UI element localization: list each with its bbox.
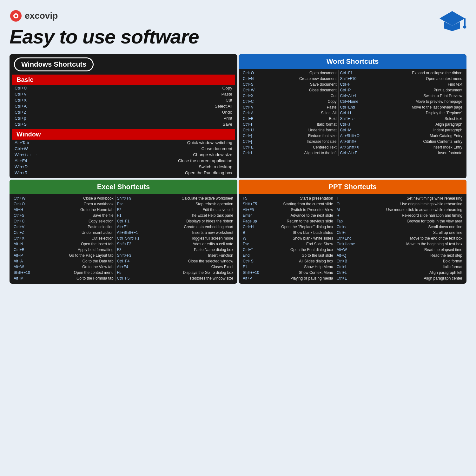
shortcut-row: Alt+F4Close the current application (12, 158, 235, 164)
desc2: Close the selected window (144, 258, 235, 264)
basic-section-header: Basic (12, 75, 235, 85)
desc2: Create data embedding chart (144, 224, 235, 230)
desc1: Show blank black slides (265, 230, 335, 235)
desc2: Scroll down one line (363, 224, 464, 230)
shortcut-row: Ctrl+I Italic format Ctrl+J Align paragr… (241, 122, 464, 127)
window-section-header: Window (12, 129, 235, 140)
desc2: Insert Function (144, 253, 235, 258)
key1: Alt+M (12, 275, 36, 281)
main-grid: Windows Shortcuts Basic Ctrl+CCopyCtrl+V… (10, 54, 466, 284)
key: Alt+F4 (12, 158, 41, 164)
key1: Ctrl+O (241, 70, 265, 76)
shortcut-row: Win+ROpen the Run dialog box (12, 170, 235, 176)
desc1: Open the "Replace" dialog box (265, 224, 335, 230)
graduation-cap-icon (438, 10, 466, 35)
key1: Alt+H (12, 207, 36, 213)
shortcut-row: Ctrl+XCut (12, 97, 235, 103)
desc2: Expand or collapse the ribbon (367, 70, 464, 76)
windows-panel: Windows Shortcuts Basic Ctrl+CCopyCtrl+V… (10, 54, 237, 178)
key2: Ctrl+F (338, 82, 367, 87)
desc1: Create new document (265, 76, 338, 82)
desc: Cut (41, 97, 235, 103)
key1: Alt+P (241, 275, 265, 281)
key2: F3 (115, 247, 144, 253)
desc1: Save the file (36, 213, 115, 218)
key1: Alt+P (12, 253, 36, 258)
key2: Alt+Shift+F1 (115, 230, 144, 235)
desc2: Move to preview homepage (367, 99, 464, 104)
key2: M (335, 207, 363, 213)
desc: Paste (41, 91, 235, 97)
shortcut-row: Shift+F10 Show Context Menu Ctrl+L Align… (241, 270, 464, 275)
desc1: Close document (265, 87, 338, 93)
key1: Ctrl+U (241, 127, 265, 133)
key: Ctrl+C (12, 85, 41, 91)
desc2: Switch to Print Preview (367, 93, 464, 99)
shortcut-row: Ctrl+ZUndo (12, 109, 235, 115)
key2: Ctrl+L (335, 270, 363, 275)
desc1: Start a presentation (265, 195, 335, 201)
desc1: Centered Text (265, 144, 338, 150)
key1: F5 (241, 195, 265, 201)
key2: Esc (115, 201, 144, 207)
desc1: Save document (265, 82, 338, 87)
desc1: Open document (265, 70, 338, 76)
desc1: Go to the Home tab (36, 207, 115, 213)
key1: Ctrl+A (241, 110, 265, 116)
shortcut-row: Alt+N Open the Insert tab Shift+F2 Adds … (12, 241, 235, 247)
desc1: Align text to the left (265, 150, 338, 156)
shortcut-row: Alt+H Go to the Home tab F2 Edit the act… (12, 207, 235, 213)
shortcut-row: Win+DSwitch to desktop (12, 164, 235, 170)
shortcut-row: Ctrl+B Bold Shift+↑↓←→ Select text (241, 116, 464, 122)
key1: Ctrl+B (241, 116, 265, 122)
desc1: Show blank white slides (265, 235, 335, 241)
shortcut-row: Alt+P Go to the Page Layout tab Shift+F3… (12, 253, 235, 258)
key2: Alt+F1 (115, 224, 144, 230)
logo-text: excovip (25, 11, 58, 21)
key1: End (241, 253, 265, 258)
key1: Ctrl+X (12, 235, 36, 241)
desc2: Displays the Go To dialog box (144, 270, 235, 275)
excel-header: Excel Shortcuts (10, 180, 237, 194)
desc1: Playing or pausing media (265, 275, 335, 281)
shortcut-row: F1 Show Help Menu Ctrl+I Italic format (241, 264, 464, 270)
key1: Alt+W (12, 264, 36, 270)
shortcut-row: Ctrl+A Select All Ctrl+H Display the "Re… (241, 110, 464, 116)
key1: Esc (241, 241, 265, 247)
key1: W (241, 235, 265, 241)
key1: Shift+F5 (241, 201, 265, 207)
key1: F1 (241, 264, 265, 270)
shortcut-row: Ctrl+pPrint (12, 115, 235, 121)
desc2: Indent paragraph (367, 127, 464, 133)
key1: Ctrl+X (241, 93, 265, 99)
excel-panel: Excel Shortcuts Ctrl+W Close a workbook … (10, 180, 237, 284)
key: Alt+Tab (12, 140, 41, 146)
shortcut-row: Alt+F5 Switch to Presenter View M Use mo… (241, 207, 464, 213)
shortcut-row: Ctrl+V Paste selection Alt+F1 Create dat… (12, 224, 235, 230)
desc1: Open the context menu (36, 270, 115, 275)
key2: Alt+W (335, 247, 363, 253)
key2: Ctrl+End (338, 104, 367, 110)
desc2: Toggles full screen mode (144, 235, 235, 241)
key1: Ctrl+C (241, 99, 265, 104)
desc1: Cut (265, 93, 338, 99)
excel-table: Ctrl+W Close a workbook Shift+F9 Calcula… (12, 195, 235, 281)
word-right-table: Ctrl+O Open document Ctrl+F1 Expand or c… (241, 70, 464, 156)
desc1: Select All (265, 110, 338, 116)
desc1: Return to the previous slide (265, 218, 335, 224)
shortcut-row: Ctrl+U Underline format Ctrl+M Indent pa… (241, 127, 464, 133)
key: Win+R (12, 170, 41, 176)
shortcut-row: Esc End Slide Show Ctrl+Home Move to the… (241, 241, 464, 247)
desc: Quick window switching (41, 140, 235, 146)
desc2: Adds or edits a cell note (144, 241, 235, 247)
shortcut-row: Ctrl+B Apply bold formatting F3 Paste Na… (12, 247, 235, 253)
key1: Page up (241, 218, 265, 224)
shortcut-row: Ctrl+N Create new document Shift+F10 Ope… (241, 76, 464, 82)
key1: Ctrl+V (241, 104, 265, 110)
shortcut-row: Ctrl+ASelect All (12, 103, 235, 109)
desc2: Browse for tools in the view area (363, 218, 464, 224)
ppt-panel: PPT Shortcuts F5 Start a presentation T … (239, 180, 466, 284)
key2: F1 (115, 213, 144, 218)
key: Ctrl+V (12, 91, 41, 97)
shortcut-row: W Show blank white slides Ctrl+End Move … (241, 235, 464, 241)
